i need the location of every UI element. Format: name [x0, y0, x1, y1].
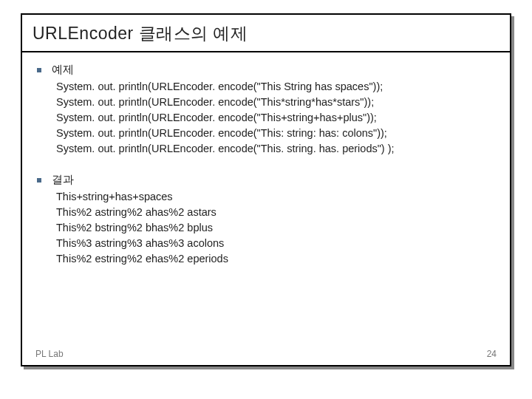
- result-line: This%2 bstring%2 bhas%2 bplus: [56, 220, 495, 236]
- result-line: This+string+has+spaces: [56, 189, 495, 205]
- section-label: 결과: [52, 171, 74, 188]
- result-lines: This+string+has+spaces This%2 astring%2 …: [56, 189, 495, 267]
- section-label: 예제: [52, 61, 74, 78]
- section-example: 예제 System. out. println(URLEncoder. enco…: [37, 61, 495, 157]
- section-header: 결과: [37, 171, 495, 188]
- code-line: System. out. println(URLEncoder. encode(…: [56, 126, 495, 141]
- content-area: 예제 System. out. println(URLEncoder. enco…: [22, 52, 510, 287]
- footer-left: PL Lab: [35, 349, 64, 359]
- bullet-icon: [37, 68, 41, 72]
- code-line: System. out. println(URLEncoder. encode(…: [56, 95, 495, 110]
- slide-title: URLEncoder 클래스의 예제: [33, 22, 499, 45]
- bullet-icon: [37, 178, 41, 183]
- code-line: System. out. println(URLEncoder. encode(…: [56, 110, 495, 126]
- section-header: 예제: [37, 61, 495, 78]
- slide-frame: URLEncoder 클래스의 예제 예제 System. out. print…: [21, 13, 511, 366]
- result-line: This%3 astring%3 ahas%3 acolons: [56, 236, 495, 251]
- code-line: System. out. println(URLEncoder. encode(…: [56, 79, 495, 95]
- footer-page-number: 24: [487, 349, 497, 359]
- result-line: This%2 estring%2 ehas%2 eperiods: [56, 251, 495, 267]
- result-line: This%2 astring%2 ahas%2 astars: [56, 205, 495, 220]
- section-result: 결과 This+string+has+spaces This%2 astring…: [37, 171, 495, 267]
- code-line: System. out. println(URLEncoder. encode(…: [56, 141, 495, 157]
- example-lines: System. out. println(URLEncoder. encode(…: [56, 79, 495, 157]
- title-area: URLEncoder 클래스의 예제: [22, 15, 510, 52]
- slide-footer: PL Lab 24: [22, 349, 510, 359]
